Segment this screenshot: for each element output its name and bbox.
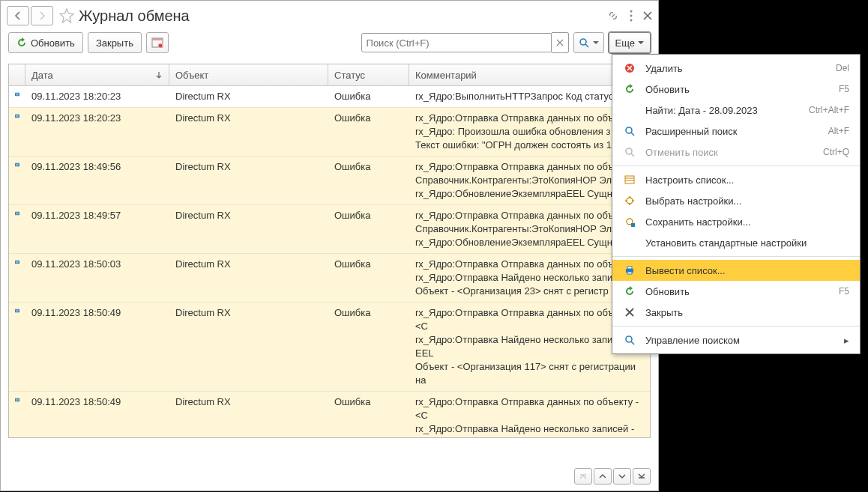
- menu-item-label: Вывести список...: [645, 265, 849, 276]
- menu-item-label: Обновить: [645, 286, 830, 297]
- menu-item[interactable]: Закрыть: [612, 302, 860, 323]
- table-row[interactable]: 09.11.2023 18:50:49Directum RXОшибкаrx_Я…: [9, 303, 650, 392]
- svg-point-0: [630, 10, 633, 13]
- data-grid: Дата Объект Статус Комментарий 09.11.202…: [8, 64, 651, 438]
- menu-item[interactable]: Установить стандартные настройки: [612, 232, 860, 253]
- cell-status: Ошибка: [328, 86, 409, 107]
- svg-rect-21: [631, 223, 635, 227]
- col-icon[interactable]: [9, 64, 25, 85]
- cell-status: Ошибка: [328, 392, 409, 438]
- cell-date: 09.11.2023 18:50:49: [25, 392, 169, 438]
- svg-point-6: [580, 39, 586, 45]
- more-label: Еще: [615, 37, 635, 49]
- row-type-icon: [9, 303, 25, 391]
- svg-rect-4: [152, 38, 163, 40]
- nav-forward-button[interactable]: [31, 6, 53, 25]
- search-input[interactable]: [361, 33, 552, 52]
- menu-item[interactable]: Сохранить настройки...: [612, 211, 860, 232]
- scroll-up-button[interactable]: [594, 468, 612, 485]
- menu-item-label: Найти: Дата - 28.09.2023: [645, 105, 800, 116]
- cell-object: Directum RX: [169, 392, 328, 438]
- settings-pick-icon: [623, 195, 636, 206]
- search-button[interactable]: [573, 32, 604, 53]
- menu-item-shortcut: Alt+F: [828, 126, 849, 136]
- menu-item[interactable]: ОбновитьF5: [612, 79, 860, 100]
- more-button[interactable]: Еще: [609, 32, 651, 53]
- menu-item[interactable]: Найти: Дата - 28.09.2023Ctrl+Alt+F: [612, 100, 860, 121]
- svg-point-25: [626, 336, 632, 342]
- favorite-star-icon[interactable]: [59, 8, 74, 23]
- scroll-down-button[interactable]: [613, 468, 631, 485]
- settings-save-icon: [623, 216, 636, 227]
- col-date[interactable]: Дата: [25, 64, 169, 85]
- row-type-icon: [9, 254, 25, 302]
- delete-icon: [623, 63, 636, 73]
- search-adv-icon: [623, 126, 636, 136]
- refresh-icon: [623, 84, 636, 94]
- menu-item[interactable]: Управление поиском▸: [612, 329, 860, 350]
- table-row[interactable]: 09.11.2023 18:20:23Directum RXОшибкаrx_Я…: [9, 108, 650, 157]
- dropdown-caret-icon: [593, 41, 599, 45]
- svg-point-17: [626, 148, 632, 154]
- col-status[interactable]: Статус: [328, 64, 409, 85]
- nav-back-button[interactable]: [7, 6, 29, 25]
- col-object[interactable]: Объект: [169, 64, 328, 85]
- cell-object: Directum RX: [169, 108, 328, 156]
- table-row[interactable]: 09.11.2023 18:50:03Directum RXОшибкаrx_Я…: [9, 254, 650, 303]
- table-row[interactable]: 09.11.2023 18:20:23Directum RXОшибкаrx_Я…: [9, 86, 650, 108]
- row-type-icon: [9, 86, 25, 107]
- cell-date: 09.11.2023 18:49:57: [25, 205, 169, 253]
- kebab-menu-icon[interactable]: [630, 10, 633, 22]
- close-button[interactable]: Закрыть: [88, 32, 142, 53]
- menu-item[interactable]: Выбрать настройки...: [612, 190, 860, 211]
- search-icon: [623, 335, 636, 345]
- cell-status: Ошибка: [328, 205, 409, 253]
- period-button[interactable]: [146, 32, 169, 53]
- menu-item[interactable]: Расширенный поискAlt+F: [612, 121, 860, 142]
- cell-status: Ошибка: [328, 108, 409, 156]
- calendar-icon: [151, 37, 163, 49]
- cell-object: Directum RX: [169, 86, 328, 107]
- svg-point-1: [630, 15, 633, 17]
- menu-item-label: Настроить список...: [645, 174, 849, 186]
- refresh-icon: [623, 286, 636, 297]
- menu-item-label: Сохранить настройки...: [645, 216, 849, 228]
- refresh-button[interactable]: Обновить: [8, 32, 83, 53]
- cell-date: 09.11.2023 18:20:23: [25, 86, 169, 107]
- close-icon: [623, 308, 636, 317]
- cell-date: 09.11.2023 18:20:23: [25, 108, 169, 156]
- refresh-label: Обновить: [31, 37, 75, 49]
- close-label: Закрыть: [96, 37, 133, 49]
- menu-item-shortcut: Ctrl+Alt+F: [809, 105, 849, 115]
- menu-item-label: Закрыть: [645, 307, 849, 318]
- cell-status: Ошибка: [328, 157, 409, 204]
- table-row[interactable]: 09.11.2023 18:49:57Directum RXОшибкаrx_Я…: [9, 205, 650, 254]
- sort-desc-icon: [155, 71, 163, 79]
- menu-item[interactable]: УдалитьDel: [612, 58, 860, 79]
- menu-item-label: Обновить: [645, 84, 830, 95]
- chevron-right-icon: ▸: [844, 335, 849, 346]
- menu-item-label: Управление поиском: [645, 335, 835, 346]
- svg-point-5: [158, 43, 163, 48]
- row-type-icon: [9, 392, 25, 438]
- scroll-top-button[interactable]: [574, 468, 592, 485]
- cell-date: 09.11.2023 18:50:03: [25, 254, 169, 302]
- scroll-bottom-button[interactable]: [633, 468, 651, 485]
- menu-item-label: Отменить поиск: [645, 147, 814, 158]
- menu-item[interactable]: Настроить список...: [612, 169, 860, 190]
- dropdown-caret-icon: [638, 41, 644, 45]
- row-type-icon: [9, 157, 25, 204]
- table-row[interactable]: 09.11.2023 18:50:49Directum RXОшибкаrx_Я…: [9, 392, 650, 438]
- search-clear-button[interactable]: [552, 32, 569, 53]
- search-cancel-icon: [623, 147, 636, 157]
- list-cfg-icon: [623, 174, 636, 185]
- svg-rect-23: [627, 267, 632, 269]
- cell-object: Directum RX: [169, 205, 328, 253]
- menu-item[interactable]: Вывести список...: [612, 260, 860, 281]
- table-row[interactable]: 09.11.2023 18:49:56Directum RXОшибкаrx_Я…: [9, 157, 650, 205]
- close-icon[interactable]: [643, 11, 652, 20]
- menu-item[interactable]: ОбновитьF5: [612, 281, 860, 302]
- svg-point-16: [626, 127, 632, 133]
- cell-date: 09.11.2023 18:49:56: [25, 157, 169, 204]
- link-icon[interactable]: [607, 10, 619, 22]
